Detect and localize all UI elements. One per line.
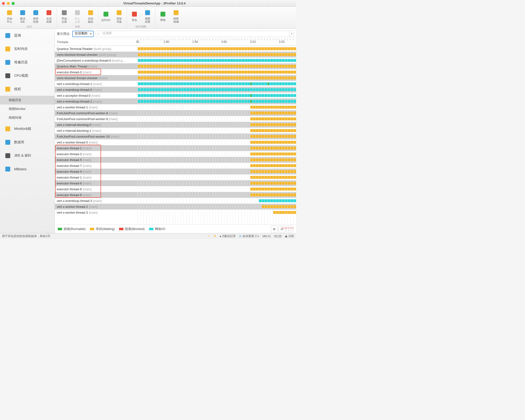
auto-update[interactable]: ⟳ 自动更新 2 s	[239, 234, 259, 238]
thread-row[interactable]: vert.x-internal-blocking-0[main]	[55, 122, 296, 128]
add-bookmark-button[interactable]: 添加 书签	[112, 8, 126, 24]
thread-row[interactable]: executor-thread-9[main]	[55, 192, 296, 198]
svg-rect-4	[62, 10, 67, 15]
show-usage-select[interactable]: 仅活着的	[72, 31, 94, 37]
svg-rect-11	[160, 12, 165, 17]
svg-rect-9	[132, 12, 137, 17]
thread-row[interactable]: ForkJoinPool.commonPool-worker-10[main]	[55, 134, 296, 139]
thread-row[interactable]: ForkJoinPool.commonPool-worker-9[main]	[55, 116, 296, 122]
thread-row[interactable]: executor-thread-5[main]	[55, 157, 296, 163]
activate-ide-button[interactable]: 激活 IDE	[16, 8, 29, 24]
minimize-icon[interactable]	[7, 2, 10, 5]
show-usage-label: 显示用法:	[57, 32, 70, 36]
legend-item: 等待(Waiting)	[90, 227, 115, 231]
thread-row[interactable]: Quarkus Main Thread[main]	[55, 63, 296, 69]
start-recording-button[interactable]: 开始 记录	[58, 8, 71, 24]
sidebar-thread-history[interactable]: 线程历史	[0, 96, 55, 105]
threads-column-header: Threads	[55, 39, 138, 46]
thread-row[interactable]: vert.x-internal-blocking-1[main]	[55, 128, 296, 134]
thread-row[interactable]: vert.x-eventloop-thread-2[main]	[55, 98, 296, 104]
thread-row[interactable]: executor-thread-7[main]	[55, 163, 296, 169]
svg-rect-20	[5, 153, 10, 158]
svg-rect-3	[47, 10, 51, 15]
thread-row[interactable]: vert.x-worker-thread-3[main]	[55, 210, 296, 215]
run-gc-button[interactable]: 运行GC	[99, 8, 112, 24]
status-bar: 用于评估目的的未授权副本，剩余3天 ⚐ ⚑ ● 0激活记录 ⟳ 自动更新 2 s…	[0, 233, 296, 239]
source-watermark: Yuucn.com	[282, 227, 294, 229]
sidebar-threads[interactable]: 线程	[0, 82, 55, 96]
titlebar: VirtualThreadsDemoApp - JProfiler 13.0.4	[0, 0, 296, 7]
thread-row[interactable]: executor-thread-0[main]	[55, 69, 296, 75]
timeline: Threads 302:402:503:003:103:20 Quarkus T…	[55, 39, 296, 224]
start-tracking-button[interactable]: 启动 跟踪	[84, 8, 97, 24]
svg-rect-5	[75, 10, 80, 15]
svg-rect-12	[174, 10, 178, 15]
svg-rect-7	[103, 12, 108, 17]
svg-rect-6	[88, 10, 93, 15]
svg-rect-8	[117, 10, 122, 15]
session-settings-button[interactable]: 会话 设置	[42, 8, 56, 24]
session-time: 03:25	[274, 235, 281, 238]
svg-rect-0	[7, 10, 12, 15]
sidebar-live-memory[interactable]: 实时内存	[0, 42, 55, 56]
profiling-mode[interactable]: ◉ 分析	[285, 234, 294, 238]
thread-row[interactable]: vertx-blocked-thread-checker[build group…	[55, 52, 296, 57]
filter-input[interactable]: 过滤器▾	[96, 31, 294, 37]
thread-row[interactable]: executor-thread-1[main]	[55, 174, 296, 180]
sidebar-cpu-views[interactable]: CPU视图	[0, 69, 55, 82]
svg-rect-21	[5, 167, 10, 172]
flag-icon[interactable]: ⚑	[214, 235, 216, 238]
thread-row[interactable]: executor-thread-8[main]	[55, 186, 296, 192]
sidebar-thread-monitor[interactable]: 线程Monitor	[0, 105, 55, 113]
thread-row[interactable]: executor-thread-2[main]	[55, 145, 296, 151]
svg-rect-2	[33, 10, 38, 15]
thread-row[interactable]: vertx-blocked-thread-checker[main]	[55, 75, 296, 81]
thread-row[interactable]: vert.x-eventloop-thread-0[main]	[55, 87, 296, 93]
view-settings-button[interactable]: 视图 设置	[141, 8, 154, 24]
thread-row[interactable]: Quarkus Terminal Reader[build group]	[55, 46, 296, 52]
help-button[interactable]: 帮助	[156, 8, 169, 24]
close-icon[interactable]	[2, 2, 5, 5]
svg-rect-10	[145, 10, 150, 15]
bookmark-icon[interactable]: ⚐	[207, 235, 210, 238]
save-snapshot-button[interactable]: 保存 快照	[29, 8, 42, 24]
thread-row[interactable]: executor-thread-4[main]	[55, 169, 296, 174]
maximize-icon[interactable]	[12, 2, 15, 5]
start-center-button[interactable]: 启动 中心	[3, 8, 16, 24]
sidebar-heap-walker[interactable]: 堆遍历器	[0, 56, 55, 69]
thread-row[interactable]: vert.x-worker-thread-0[main]	[55, 139, 296, 145]
vm-id: VM #1	[262, 235, 271, 238]
thread-row[interactable]: vert.x-worker-thread-2[main]	[55, 204, 296, 210]
svg-rect-15	[5, 60, 10, 65]
svg-rect-16	[5, 73, 10, 78]
sidebar-thread-dumps[interactable]: 线程转储	[0, 113, 55, 122]
thread-row[interactable]: ForkJoinPool.commonPool-worker-8[main]	[55, 110, 296, 116]
thread-row[interactable]: [DevConsole]vert.x-eventloop-thread-0[bu…	[55, 57, 296, 63]
svg-rect-18	[5, 126, 10, 131]
thread-row[interactable]: vert.x-eventloop-thread-1[main]	[55, 81, 296, 87]
thread-row[interactable]: vert.x-eventloop-thread-3[main]	[55, 198, 296, 204]
export-button[interactable]: 导出	[128, 8, 141, 24]
watermark: JProfiler	[43, 231, 53, 233]
sidebar-mbeans[interactable]: MBeans	[0, 162, 55, 176]
stop-recording-button[interactable]: 停止 记录	[71, 8, 84, 24]
svg-rect-14	[5, 47, 10, 51]
thread-row[interactable]: executor-thread-3[main]	[55, 151, 296, 157]
thread-row[interactable]: vert.x-acceptor-thread-0[main]	[55, 93, 296, 98]
sidebar: 遥测实时内存堆遍历器CPU视图线程线程历史线程Monitor线程转储Monito…	[0, 29, 55, 233]
legend-item: 网络I/O	[149, 227, 165, 231]
legend: 就绪(Runnable)等待(Waiting)阻塞(Blocked)网络I/O⊕…	[55, 224, 296, 233]
thread-dump-button[interactable]: 线程 转储	[169, 8, 183, 24]
legend-item: 阻塞(Blocked)	[119, 227, 145, 231]
sidebar-jee-probes[interactable]: JEE & 探针	[0, 149, 55, 162]
sidebar-telemetry[interactable]: 遥测	[0, 29, 55, 42]
sidebar-databases[interactable]: 数据库	[0, 135, 55, 149]
svg-rect-17	[5, 87, 10, 92]
zoom-in-button[interactable]: ⊕	[271, 226, 278, 232]
svg-rect-1	[20, 10, 25, 15]
thread-row[interactable]: vert.x-worker-thread-1[main]	[55, 104, 296, 110]
thread-row[interactable]: executor-thread-6[main]	[55, 180, 296, 186]
sidebar-monitors-locks[interactable]: Monitor&锁	[0, 122, 55, 135]
filter-bar: 显示用法: 仅活着的 过滤器▾	[55, 29, 296, 39]
active-recordings[interactable]: ● 0激活记录	[220, 234, 236, 238]
